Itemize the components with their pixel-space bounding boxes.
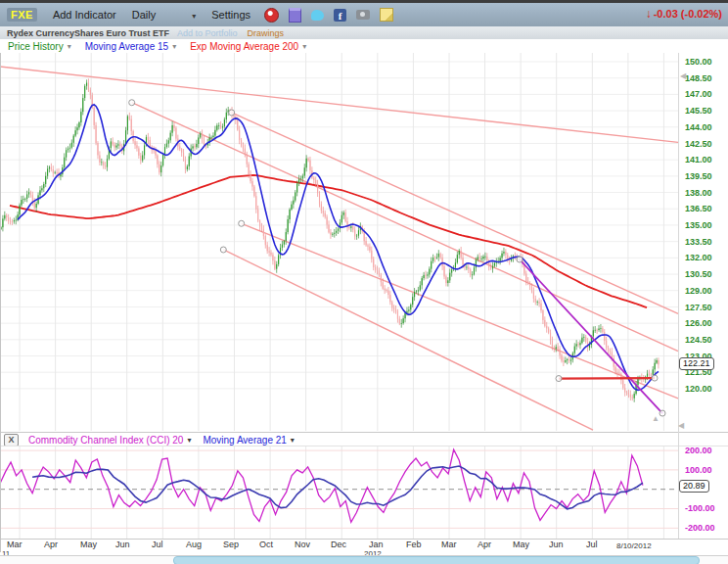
price-tick-label: 138.00 bbox=[685, 188, 726, 198]
month-label: Apr bbox=[44, 540, 58, 549]
add-to-portfolio-link[interactable]: Add to Portfolio bbox=[177, 28, 238, 38]
chart-left-border bbox=[0, 53, 1, 552]
chevron-down-icon[interactable]: ▾ bbox=[291, 436, 295, 445]
drawing-handle[interactable] bbox=[660, 410, 665, 416]
drawings-link[interactable]: Drawings bbox=[248, 28, 285, 38]
month-label: Mar bbox=[7, 540, 23, 549]
end-date-label: 8/10/2012 bbox=[616, 541, 652, 550]
price-change-value: -0.03 (-0.02%) bbox=[654, 8, 722, 20]
cci-chart[interactable] bbox=[0, 446, 728, 539]
twitter-icon[interactable] bbox=[311, 10, 324, 21]
price-tick-label: 120.00 bbox=[685, 384, 726, 394]
price-tick-label: 127.50 bbox=[685, 303, 726, 312]
price-tick-label: 145.50 bbox=[685, 106, 726, 116]
grid-and-back-drawings bbox=[0, 53, 678, 431]
price-change: ↓-0.03 (-0.02%) bbox=[646, 7, 722, 21]
chart-legend: Price History ▾ Moving Average 15 ▾ Exp … bbox=[0, 39, 728, 53]
cci-indicator-label[interactable]: Commodity Channel Index (CCI) 20 bbox=[28, 435, 183, 446]
month-label: May bbox=[513, 540, 529, 549]
settings-button[interactable]: Settings bbox=[211, 9, 250, 21]
month-label: Apr bbox=[478, 540, 491, 549]
time-scrollbar-thumb[interactable] bbox=[173, 556, 700, 564]
price-tick-label: 132.00 bbox=[685, 253, 726, 262]
price-tick-label: 147.00 bbox=[685, 89, 726, 99]
drawing-handle[interactable] bbox=[652, 375, 658, 381]
price-tick-label: 133.50 bbox=[685, 237, 726, 247]
toolbar-icons: f bbox=[264, 8, 393, 23]
add-indicator-button[interactable]: Add Indicator bbox=[53, 9, 116, 21]
legend-ema200[interactable]: Exp Moving Average 200 bbox=[190, 41, 298, 52]
price-tick-label: 141.00 bbox=[685, 155, 726, 164]
month-label: Sep bbox=[223, 540, 239, 549]
drawing-handle[interactable] bbox=[239, 220, 245, 226]
price-tick-label: 139.50 bbox=[685, 171, 726, 181]
price-tick-label: 144.00 bbox=[685, 122, 726, 132]
timeframe-value: Daily bbox=[132, 9, 156, 21]
drawing-handle[interactable] bbox=[517, 257, 523, 262]
price-tick-label: 136.50 bbox=[685, 204, 726, 213]
cci-ma-label[interactable]: Moving Average 21 bbox=[203, 435, 286, 446]
chevron-down-icon[interactable]: ▾ bbox=[302, 42, 306, 51]
month-label: May bbox=[80, 540, 97, 549]
price-tick-label: 148.50 bbox=[685, 73, 726, 83]
drawing-handle[interactable] bbox=[220, 247, 226, 253]
cci-value-box: 20.89 bbox=[679, 480, 709, 493]
subheader: Rydex CurrencyShares Euro Trust ETF Add … bbox=[0, 26, 728, 39]
note-icon[interactable] bbox=[380, 8, 393, 22]
month-label: Mar bbox=[441, 540, 457, 549]
month-label: Jul bbox=[152, 540, 163, 549]
price-tick-label: 124.50 bbox=[685, 335, 726, 345]
close-icon[interactable]: X bbox=[4, 434, 19, 446]
last-price-box: 122.21 bbox=[679, 357, 714, 370]
facebook-icon[interactable]: f bbox=[334, 9, 346, 22]
drawing-handle[interactable] bbox=[129, 100, 135, 106]
month-label: Jun bbox=[115, 540, 130, 549]
alerts-icon[interactable] bbox=[264, 8, 279, 23]
price-chart[interactable] bbox=[0, 53, 728, 432]
charting-app: FXE Add Indicator Daily ▾ Settings f ↓-0… bbox=[0, 0, 728, 564]
month-label: Aug bbox=[186, 540, 202, 549]
price-tick-label: 126.00 bbox=[685, 318, 726, 328]
price-tick-label: 135.00 bbox=[685, 220, 726, 230]
chevron-down-icon[interactable]: ▾ bbox=[187, 436, 191, 445]
month-label: Dec bbox=[331, 540, 346, 549]
price-tick-label: 142.50 bbox=[685, 139, 726, 149]
legend-price-history[interactable]: Price History bbox=[8, 41, 64, 52]
toolbar: FXE Add Indicator Daily ▾ Settings f ↓-0… bbox=[0, 3, 728, 26]
month-label: Jan bbox=[369, 540, 384, 549]
month-label: Oct bbox=[259, 540, 273, 549]
price-tick-label: 129.00 bbox=[685, 286, 726, 296]
axis-marker-icon: ◀ bbox=[680, 72, 686, 80]
axis-marker-icon: ◀ bbox=[678, 422, 684, 430]
timeframe-select[interactable]: Daily ▾ bbox=[132, 9, 197, 21]
divider bbox=[0, 539, 728, 540]
ma15-line[interactable] bbox=[18, 105, 659, 390]
month-label: Jul bbox=[586, 540, 598, 549]
cci-tick-label: -200.00 bbox=[685, 523, 715, 533]
cci-tick-label: -100.00 bbox=[685, 503, 715, 513]
axis-marker-icon: ▲ bbox=[652, 415, 660, 423]
month-label: Feb bbox=[406, 540, 422, 549]
chevron-down-icon[interactable]: ▾ bbox=[68, 42, 71, 51]
axis-divider bbox=[678, 53, 679, 539]
divider bbox=[0, 446, 728, 446]
price-tick-label: 130.50 bbox=[685, 269, 726, 279]
drawing-handle[interactable] bbox=[229, 110, 235, 116]
price-tick-label: 150.00 bbox=[685, 57, 726, 67]
cci-tick-label: 200.00 bbox=[685, 446, 712, 455]
chevron-down-icon: ▾ bbox=[192, 12, 196, 21]
cci-header: X Commodity Channel Index (CCI) 20 ▾ Mov… bbox=[0, 432, 728, 446]
down-arrow-icon: ↓ bbox=[646, 7, 652, 21]
blocks-icon[interactable] bbox=[289, 8, 301, 23]
cci-tick-label: 100.00 bbox=[685, 465, 712, 475]
trendline-down-2012[interactable] bbox=[520, 259, 662, 413]
chevron-down-icon[interactable]: ▾ bbox=[172, 42, 176, 51]
month-label: Nov bbox=[295, 540, 310, 549]
snapshot-icon[interactable] bbox=[356, 10, 370, 20]
drawing-handle[interactable] bbox=[556, 376, 562, 382]
cci-line[interactable] bbox=[0, 449, 643, 522]
legend-ma15[interactable]: Moving Average 15 bbox=[85, 41, 168, 52]
symbol-badge[interactable]: FXE bbox=[7, 8, 37, 22]
instrument-name: Rydex CurrencyShares Euro Trust ETF bbox=[7, 28, 169, 38]
month-label: Jun bbox=[549, 540, 564, 549]
